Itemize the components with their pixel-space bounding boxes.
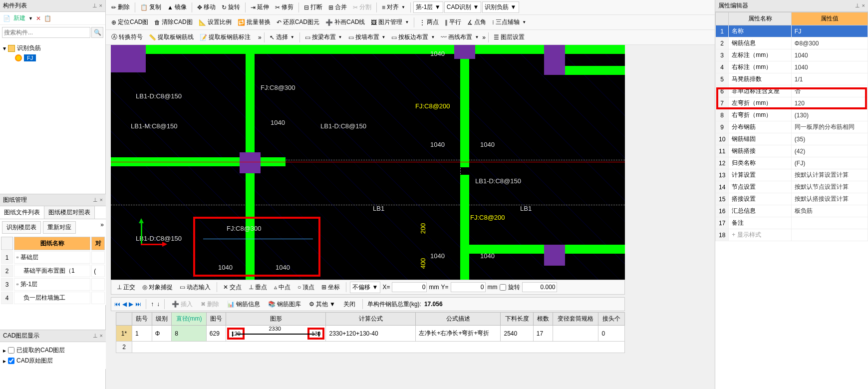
rec-neg-select[interactable]: 识别负筋 ▼ bbox=[482, 1, 519, 13]
chevron-down-icon[interactable]: ▼ bbox=[28, 16, 33, 21]
split-button[interactable]: ✂ 分割 bbox=[350, 2, 374, 12]
mid-snap[interactable]: ▵ 中点 bbox=[272, 282, 293, 293]
new-button[interactable]: 新建 bbox=[13, 14, 25, 22]
layer-extracted[interactable]: ▸ 已提取的CAD图层 bbox=[3, 345, 103, 356]
other-button[interactable]: ⚙ 其他 ▼ bbox=[306, 299, 338, 310]
tab-floor-compare[interactable]: 图纸楼层对照表 bbox=[44, 206, 95, 219]
layout-line-button[interactable]: 〰 画线布置▼ bbox=[438, 32, 481, 42]
extract-line-button[interactable]: 📏 提取板钢筋线 bbox=[146, 32, 196, 42]
locate-cad-button[interactable]: ⊕ 定位CAD图 bbox=[109, 17, 151, 27]
cross-snap[interactable]: ✕ 交点 bbox=[221, 282, 244, 293]
insert-button[interactable]: ➕ 插入 bbox=[169, 299, 195, 310]
offset-select[interactable]: 不偏移 ▼ bbox=[350, 282, 380, 293]
snap-toggle[interactable]: ◎ 对象捕捉 bbox=[140, 282, 175, 293]
aux-button[interactable]: ⁝ 三点辅轴▼ bbox=[490, 17, 529, 27]
mirror-button[interactable]: ▲ 镜像 bbox=[165, 2, 189, 12]
align-button[interactable]: ≡ 对齐▼ bbox=[379, 2, 408, 12]
nav-next-icon[interactable]: ▶ bbox=[129, 301, 133, 308]
property-row[interactable]: 9分布钢筋同一板厚的分布筋相同 bbox=[716, 121, 868, 133]
y-coord[interactable]: 0 bbox=[451, 282, 486, 292]
extend-button[interactable]: ⇥ 延伸 bbox=[248, 2, 272, 12]
layout-slab-button[interactable]: ▭ 按板边布置▼ bbox=[389, 32, 437, 42]
pin-icon[interactable]: ⊥ bbox=[92, 2, 97, 9]
x-coord[interactable]: 0 bbox=[392, 282, 427, 292]
layout-beam-button[interactable]: ▭ 按梁布置▼ bbox=[302, 32, 345, 42]
scale-button[interactable]: 📐 设置比例 bbox=[196, 17, 234, 27]
property-row[interactable]: 2钢筋信息Φ8@300 bbox=[716, 37, 868, 49]
search-button[interactable]: 🔍 bbox=[91, 27, 103, 38]
batch-button[interactable]: 🔁 批量替换 bbox=[235, 17, 273, 27]
delete-button[interactable]: ✏ 删除 bbox=[109, 2, 132, 12]
break-button[interactable]: ⊟ 打断 bbox=[301, 2, 325, 12]
ortho-toggle[interactable]: ⊥ 正交 bbox=[114, 282, 138, 293]
close-icon[interactable]: × bbox=[100, 333, 103, 339]
close-icon[interactable]: × bbox=[99, 2, 102, 9]
drawing-row[interactable]: 3▫ 第-1层 bbox=[1, 278, 105, 291]
layer-extracted-check[interactable] bbox=[8, 347, 14, 354]
angle-button[interactable]: ∡ 点角 bbox=[465, 17, 489, 27]
perp-snap[interactable]: ⊥ 垂点 bbox=[246, 282, 270, 293]
sub-tab-rematch[interactable]: 重新对应 bbox=[43, 221, 76, 234]
parallel-button[interactable]: ∥ 平行 bbox=[442, 17, 464, 27]
select-button[interactable]: ↖ 选择▼ bbox=[267, 32, 297, 42]
rebar-info-button[interactable]: 📊 钢筋信息 bbox=[225, 299, 263, 310]
property-row[interactable]: 16汇总信息板负筋 bbox=[716, 205, 868, 217]
layout-wall-button[interactable]: ▭ 按墙布置▼ bbox=[346, 32, 388, 42]
rotate-button[interactable]: ↻ 旋转 bbox=[219, 2, 243, 12]
property-row[interactable]: 4右标注（mm）1040 bbox=[716, 61, 868, 73]
cad-canvas[interactable]: LB1-D:C8@150 LB1-M:C8@150 FJ:C8@300 LB1-… bbox=[111, 45, 625, 280]
copy-button[interactable]: 📋 复制 bbox=[138, 2, 164, 12]
up-icon[interactable]: ↑ bbox=[151, 301, 154, 308]
layer-raw-check[interactable] bbox=[8, 358, 14, 364]
cad-rec-select[interactable]: CAD识别 ▼ bbox=[444, 1, 482, 13]
drawing-row[interactable]: 1▫ 基础层 bbox=[1, 251, 105, 264]
pin-icon[interactable]: ⊥ bbox=[93, 333, 98, 339]
property-row[interactable]: 14节点设置按默认节点设置计算 bbox=[716, 181, 868, 193]
extract-label-button[interactable]: 📝 提取板钢筋标注 bbox=[197, 32, 253, 42]
pin-icon[interactable]: ⊥ bbox=[93, 197, 98, 203]
property-row[interactable]: 1名称FJ bbox=[716, 25, 868, 37]
property-row[interactable]: 15搭接设置按默认搭接设置计算 bbox=[716, 193, 868, 205]
convert-button[interactable]: Ⓐ 转换符号 bbox=[109, 32, 145, 42]
down-icon[interactable]: ↓ bbox=[157, 301, 160, 308]
trim-button[interactable]: ✂ 修剪 bbox=[273, 2, 296, 12]
copy-icon[interactable]: 📋 bbox=[44, 15, 51, 22]
two-point-button[interactable]: ⋮ 两点 bbox=[417, 17, 441, 27]
move-button[interactable]: ✥ 移动 bbox=[195, 2, 218, 12]
rotate-val[interactable]: 0.000 bbox=[522, 282, 557, 292]
close-button[interactable]: 关闭 bbox=[341, 299, 358, 310]
layer-raw[interactable]: ▸ CAD原始图层 bbox=[3, 356, 103, 366]
more-icon[interactable]: » bbox=[258, 34, 262, 41]
property-row[interactable]: 17备注 bbox=[716, 217, 868, 229]
drawing-row[interactable]: 4负一层柱墙施工 bbox=[1, 292, 105, 304]
nav-prev-icon[interactable]: ◀ bbox=[122, 301, 127, 308]
fill-line-button[interactable]: ➕ 补画CAD线 bbox=[323, 17, 367, 27]
delete-button[interactable]: ✖ 删除 bbox=[198, 299, 222, 310]
peak-snap[interactable]: ○ 顶点 bbox=[295, 282, 317, 293]
sub-tab-floor[interactable]: 识别楼层表 bbox=[2, 221, 41, 234]
rebar-row[interactable]: 2 bbox=[116, 342, 625, 353]
nav-last-icon[interactable]: ⏭ bbox=[135, 301, 141, 308]
rebar-lib-button[interactable]: 📚 钢筋图库 bbox=[266, 299, 303, 310]
layer-settings-button[interactable]: ☰ 图层设置 bbox=[491, 32, 527, 42]
search-input[interactable] bbox=[2, 27, 90, 38]
property-row[interactable]: 11钢筋搭接(42) bbox=[716, 145, 868, 157]
property-row[interactable]: 8右弯折（mm）(130) bbox=[716, 109, 868, 121]
property-row[interactable]: 13计算设置按默认计算设置计算 bbox=[716, 169, 868, 181]
pin-icon[interactable]: ⊥ bbox=[855, 2, 860, 9]
property-row[interactable]: 18+ 显示样式 bbox=[716, 229, 868, 241]
drawing-row[interactable]: 2基础平面布置图（1( bbox=[1, 265, 105, 277]
dyn-toggle[interactable]: ▭ 动态输入 bbox=[177, 282, 213, 293]
minus-icon[interactable]: ▾ bbox=[3, 45, 6, 52]
property-row[interactable]: 5马凳筋排数1/1 bbox=[716, 73, 868, 85]
property-row[interactable]: 3左标注（mm）1040 bbox=[716, 49, 868, 61]
property-row[interactable]: 10钢筋锚固(35) bbox=[716, 133, 868, 145]
image-mgr-button[interactable]: 🖼 图片管理▼ bbox=[368, 17, 411, 27]
nav-first-icon[interactable]: ⏮ bbox=[114, 301, 120, 308]
close-icon[interactable]: × bbox=[862, 2, 865, 9]
more-icon[interactable]: » bbox=[482, 34, 486, 41]
restore-button[interactable]: ↶ 还原CAD图元 bbox=[274, 17, 322, 27]
rebar-row[interactable]: 1* 1 Φ 8 629 120 2330 130 2330+120+130-4… bbox=[116, 326, 625, 342]
layer-select[interactable]: 第-1层 ▼ bbox=[413, 1, 443, 13]
chevron-icon[interactable]: » bbox=[100, 221, 104, 234]
